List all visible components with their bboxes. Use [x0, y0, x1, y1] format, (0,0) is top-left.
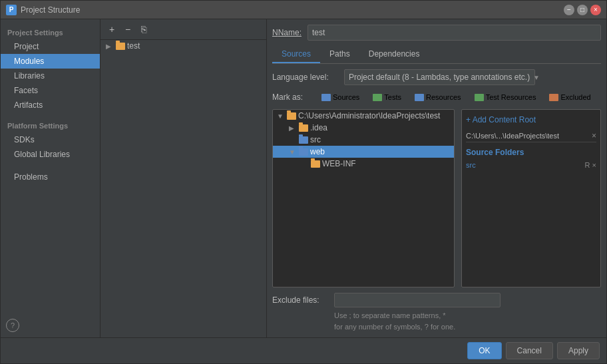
maximize-button[interactable]: □ — [577, 5, 588, 15]
right-info-panel: + Add Content Root C:\Users\...\IdeaProj… — [461, 109, 601, 287]
module-item-test[interactable]: ▶ test — [101, 40, 266, 52]
web-expand-arrow: ▼ — [289, 148, 297, 156]
sidebar-item-artifacts[interactable]: Artifacts — [1, 98, 100, 112]
language-level-select[interactable]: Project default (8 - Lambdas, type annot… — [344, 69, 535, 85]
sidebar-item-modules[interactable]: Modules — [1, 54, 100, 69]
source-folder-rename-button[interactable]: R — [585, 161, 590, 169]
mark-as-label: Mark as: — [272, 92, 312, 102]
root-expand-arrow: ▼ — [277, 112, 285, 120]
sources-color-dot — [321, 94, 331, 101]
minimize-button[interactable]: − — [564, 5, 574, 15]
tab-dependencies[interactable]: Dependencies — [359, 46, 429, 63]
mark-tests-label: Tests — [384, 93, 401, 101]
sidebar-item-libraries[interactable]: Libraries — [1, 69, 100, 83]
mark-sources-button[interactable]: Sources — [317, 92, 363, 102]
tabs-row: Sources Paths Dependencies — [272, 46, 601, 64]
source-folders-header: Source Folders — [466, 148, 596, 157]
file-tree-panel: ▼ C:\Users\Administrator\IdeaProjects\te… — [272, 109, 455, 287]
module-toolbar: + − ⎘ — [101, 19, 266, 40]
resources-color-dot — [415, 94, 424, 101]
mark-resources-button[interactable]: Resources — [411, 92, 465, 102]
project-settings-header: Project Settings — [1, 25, 100, 39]
platform-settings-header: Platform Settings — [1, 118, 100, 132]
sidebar-item-sdks[interactable]: SDKs — [1, 132, 100, 147]
web-inf-expand-arrow — [301, 160, 309, 168]
web-inf-label: WEB-INF — [322, 159, 356, 168]
language-level-label: Language level: — [272, 73, 339, 82]
tree-item-idea[interactable]: ▶ .idea — [273, 122, 454, 134]
mark-tests-button[interactable]: Tests — [369, 92, 405, 102]
test-resources-color-dot — [475, 94, 484, 101]
add-content-root-label: + Add Content Root — [466, 115, 536, 124]
source-folder-actions: R × — [585, 161, 596, 169]
root-path-label: C:\Users\Administrator\IdeaProjects\test — [298, 111, 440, 120]
exclude-hint-line2: for any number of symbols, ? for one. — [272, 321, 601, 333]
help-button[interactable]: ? — [6, 319, 19, 332]
root-folder-icon — [287, 112, 296, 120]
mark-excluded-button[interactable]: Excluded — [545, 92, 594, 102]
web-label: web — [310, 147, 325, 156]
sidebar-item-global-libraries[interactable]: Global Libraries — [1, 147, 100, 162]
excluded-color-dot — [549, 94, 558, 101]
mark-excluded-label: Excluded — [560, 93, 590, 101]
web-folder-icon — [299, 148, 308, 156]
exclude-label: Exclude files: — [272, 295, 329, 305]
tree-item-web-inf[interactable]: WEB-INF — [273, 158, 454, 170]
module-panel: + − ⎘ ▶ test — [101, 19, 267, 337]
src-label: src — [310, 135, 321, 144]
app-icon: P — [6, 5, 17, 15]
module-list: ▶ test — [101, 40, 266, 337]
tree-item-root[interactable]: ▼ C:\Users\Administrator\IdeaProjects\te… — [273, 110, 454, 122]
exclude-row: Exclude files: — [272, 293, 601, 307]
web-inf-folder-icon — [311, 160, 320, 168]
apply-button[interactable]: Apply — [557, 342, 600, 359]
exclude-hint-line1: Use ; to separate name patterns, * — [272, 310, 601, 321]
dialog-bottom-bar: OK Cancel Apply — [1, 337, 606, 363]
sidebar-item-project[interactable]: Project — [1, 39, 100, 54]
left-sidebar: Project Settings Project Modules Librari… — [1, 19, 101, 337]
tab-sources[interactable]: Sources — [272, 46, 320, 63]
project-structure-window: P Project Structure − □ × Project Settin… — [0, 0, 607, 364]
name-label-text: Name: — [278, 28, 302, 37]
source-folder-path: src — [466, 161, 476, 169]
content-root-close-button[interactable]: × — [592, 131, 596, 140]
name-input[interactable] — [307, 25, 601, 41]
name-label: NName: — [272, 28, 302, 37]
src-folder-icon — [299, 136, 308, 144]
source-folder-remove-button[interactable]: × — [592, 161, 596, 169]
module-folder-icon — [116, 43, 125, 50]
close-button[interactable]: × — [590, 5, 601, 15]
copy-module-button[interactable]: ⎘ — [136, 22, 151, 37]
exclude-section: Exclude files: Use ; to separate name pa… — [272, 293, 601, 332]
ok-button[interactable]: OK — [467, 342, 501, 359]
tab-paths[interactable]: Paths — [320, 46, 359, 63]
main-area: Project Settings Project Modules Librari… — [1, 19, 606, 337]
title-bar-controls: − □ × — [564, 5, 601, 15]
tree-item-src[interactable]: src — [273, 134, 454, 146]
cancel-button[interactable]: Cancel — [506, 342, 553, 359]
src-expand-arrow — [289, 136, 297, 144]
main-split: ▼ C:\Users\Administrator\IdeaProjects\te… — [272, 109, 601, 287]
sidebar-item-problems[interactable]: Problems — [1, 170, 100, 184]
exclude-input[interactable] — [334, 293, 501, 307]
mark-resources-label: Resources — [426, 93, 461, 101]
window-title: Project Structure — [21, 5, 564, 15]
source-folder-item-src: src R × — [466, 160, 596, 170]
language-select-wrapper: Project default (8 - Lambdas, type annot… — [344, 69, 544, 85]
mark-sources-label: Sources — [333, 93, 359, 101]
right-content: NName: Sources Paths Dependencies Langua… — [267, 19, 606, 337]
module-item-label: test — [127, 41, 140, 51]
content-root-path-label: C:\Users\...\IdeaProjects\test — [466, 132, 559, 140]
mark-test-resources-label: Test Resources — [486, 93, 536, 101]
remove-module-button[interactable]: − — [120, 22, 135, 37]
title-bar: P Project Structure − □ × — [1, 1, 606, 19]
add-module-button[interactable]: + — [104, 22, 119, 37]
tree-item-web[interactable]: ▼ web — [273, 146, 454, 158]
language-row: Language level: Project default (8 - Lam… — [272, 69, 601, 85]
module-expand-arrow: ▶ — [106, 43, 114, 50]
idea-expand-arrow: ▶ — [289, 124, 297, 132]
mark-test-resources-button[interactable]: Test Resources — [471, 92, 540, 102]
sidebar-item-facets[interactable]: Facets — [1, 83, 100, 98]
idea-label: .idea — [310, 123, 327, 132]
add-content-root-button[interactable]: + Add Content Root — [466, 114, 596, 126]
